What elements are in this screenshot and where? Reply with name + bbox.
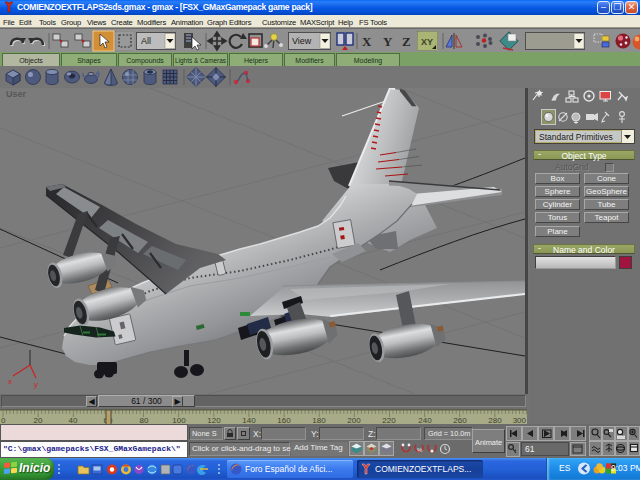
svg-text:61: 61 — [525, 444, 535, 454]
svg-text:All: All — [141, 36, 151, 46]
svg-text:Z: Z — [402, 34, 411, 49]
svg-text:XY: XY — [421, 37, 433, 47]
svg-text:X: X — [362, 34, 372, 49]
svg-text:%: % — [417, 447, 423, 453]
svg-text:Y: Y — [383, 34, 393, 49]
svg-text:View: View — [292, 36, 312, 46]
